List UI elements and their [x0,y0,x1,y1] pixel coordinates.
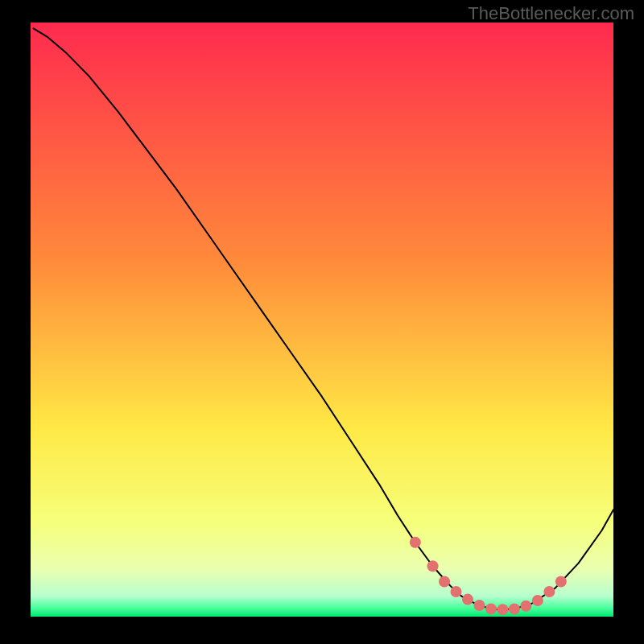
optimal-zone-markers-point [427,560,439,572]
attribution-label: TheBottlenecker.com [468,3,634,24]
optimal-zone-markers-point [473,600,485,611]
optimal-zone-markers-point [451,586,462,597]
optimal-zone-markers-point [555,576,567,587]
optimal-zone-markers-point [497,604,508,615]
optimal-zone-markers-point [462,594,473,605]
optimal-zone-markers-point [439,576,450,587]
bottleneck-curve [34,28,613,609]
chart-container: TheBottlenecker.com [0,0,644,644]
plot-area [31,23,613,617]
curve-layer [31,23,613,617]
optimal-zone-markers-point [410,537,421,548]
optimal-zone-markers-point [509,603,520,614]
optimal-zone-markers-point [543,586,555,597]
optimal-zone-markers-point [520,601,531,612]
optimal-zone-markers-point [485,603,497,614]
optimal-zone-markers-point [532,595,543,606]
